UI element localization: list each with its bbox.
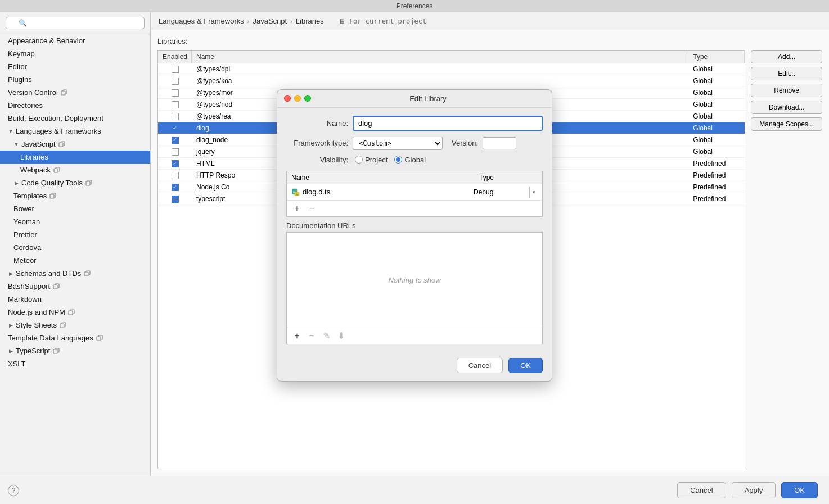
inner-add-button[interactable]: + (291, 203, 303, 214)
svg-rect-8 (60, 324, 64, 328)
row-checkbox-5[interactable] (172, 125, 179, 132)
inner-remove-button[interactable]: − (306, 203, 317, 214)
radio-global-label: Global (404, 156, 426, 164)
sidebar-item-label: Style Sheets (16, 321, 57, 329)
visibility-label: Visibility: (286, 156, 348, 164)
name-label: Name: (286, 119, 348, 128)
th-enabled: Enabled (158, 51, 192, 63)
sidebar-item-libraries[interactable]: Libraries (0, 151, 150, 164)
row-checkbox-6[interactable] (172, 137, 179, 144)
row-type-3: Global (688, 99, 745, 110)
doc-urls-box: Nothing to show + − ✎ ⬇ (286, 232, 543, 344)
right-buttons: Add... Edit... Remove Download... Manage… (751, 50, 822, 469)
sidebar-item-label: BashSupport (8, 282, 50, 290)
row-type-4: Global (688, 111, 745, 122)
table-row[interactable]: @types/koa Global (158, 75, 745, 87)
sidebar-item-bash-support[interactable]: BashSupport (0, 280, 150, 293)
sidebar-item-bower[interactable]: Bower (0, 202, 150, 215)
doc-urls-empty: Nothing to show (287, 233, 542, 328)
external-icon (67, 308, 75, 316)
download-button[interactable]: Download... (751, 101, 822, 114)
type-dropdown-arrow[interactable]: ▾ (529, 187, 538, 198)
sidebar-item-cordova[interactable]: Cordova (0, 241, 150, 254)
row-checkbox-7[interactable] (172, 148, 179, 156)
row-checkbox-10[interactable] (172, 184, 179, 191)
close-button[interactable] (284, 95, 291, 102)
sidebar-item-appearance[interactable]: Appearance & Behavior (0, 34, 150, 47)
row-type-11: Predefined (688, 193, 745, 205)
sidebar-item-version-control[interactable]: Version Control (0, 86, 150, 99)
doc-remove-button[interactable]: − (306, 330, 317, 342)
minimize-button[interactable] (294, 95, 301, 102)
inner-row-type: Debug (469, 187, 525, 198)
doc-urls-section: Documentation URLs Nothing to show + − ✎… (286, 221, 543, 344)
external-icon (83, 270, 91, 278)
table-row[interactable]: @types/dpl Global (158, 63, 745, 75)
sidebar: Appearance & Behavior Keymap Editor Plug… (0, 12, 151, 476)
row-checkbox-2[interactable] (172, 89, 179, 97)
sidebar-item-typescript[interactable]: ▶ TypeScript (0, 344, 150, 357)
radio-global[interactable] (394, 156, 402, 164)
bottom-ok-button[interactable]: OK (781, 482, 818, 498)
sidebar-item-label: Node.js and NPM (8, 308, 65, 316)
sidebar-item-keymap[interactable]: Keymap (0, 47, 150, 60)
sidebar-item-label: Template Data Languages (8, 334, 93, 342)
sidebar-item-webpack[interactable]: Webpack (0, 164, 150, 176)
bottom-cancel-button[interactable]: Cancel (677, 482, 726, 498)
sidebar-item-template-data[interactable]: Template Data Languages (0, 332, 150, 344)
sidebar-item-prettier[interactable]: Prettier (0, 228, 150, 241)
sidebar-item-build[interactable]: Build, Execution, Deployment (0, 112, 150, 125)
doc-edit-button[interactable]: ✎ (321, 330, 332, 342)
external-icon (60, 89, 68, 97)
remove-button[interactable]: Remove (751, 84, 822, 97)
sidebar-item-editor[interactable]: Editor (0, 60, 150, 73)
sidebar-item-markdown[interactable]: Markdown (0, 293, 150, 306)
doc-add-button[interactable]: + (291, 330, 303, 342)
search-input[interactable] (6, 17, 145, 29)
sidebar-item-label: Yeoman (13, 217, 40, 226)
library-name-input[interactable] (353, 116, 543, 131)
inner-table-row[interactable]: ts 🐛 dlog.d.ts Debug ▾ (287, 184, 542, 200)
sidebar-item-languages[interactable]: ▼ Languages & Frameworks (0, 125, 150, 138)
visibility-project[interactable]: Project (355, 156, 388, 164)
doc-download-button[interactable]: ⬇ (335, 330, 346, 342)
version-input[interactable] (483, 137, 516, 149)
sidebar-item-nodejs-npm[interactable]: Node.js and NPM (0, 306, 150, 319)
row-checkbox-0[interactable] (172, 66, 179, 73)
modal-cancel-button[interactable]: Cancel (457, 358, 503, 373)
sidebar-item-yeoman[interactable]: Yeoman (0, 215, 150, 228)
edit-button[interactable]: Edit... (751, 67, 822, 80)
visibility-global[interactable]: Global (394, 156, 426, 164)
sidebar-item-style-sheets[interactable]: ▶ Style Sheets (0, 319, 150, 332)
bottom-apply-button[interactable]: Apply (732, 482, 776, 498)
sidebar-item-label: Appearance & Behavior (8, 37, 85, 45)
radio-project[interactable] (355, 156, 363, 164)
row-checkbox-3[interactable] (172, 101, 179, 108)
row-checkbox-1[interactable] (172, 78, 179, 85)
sidebar-item-meteor[interactable]: Meteor (0, 254, 150, 267)
row-type-8: Predefined (688, 158, 745, 169)
sidebar-item-directories[interactable]: Directories (0, 99, 150, 112)
sidebar-item-templates[interactable]: Templates (0, 189, 150, 202)
manage-scopes-button[interactable]: Manage Scopes... (751, 117, 822, 131)
row-checkbox-11[interactable] (172, 196, 179, 203)
sidebar-item-xslt[interactable]: XSLT (0, 357, 150, 370)
add-button[interactable]: Add... (751, 50, 822, 63)
row-checkbox-4[interactable] (172, 113, 179, 120)
sidebar-item-plugins[interactable]: Plugins (0, 73, 150, 86)
sidebar-item-label: Meteor (13, 256, 36, 265)
external-icon (49, 192, 57, 200)
framework-type-select[interactable]: <Custom> (353, 137, 443, 150)
sidebar-item-schemas[interactable]: ▶ Schemas and DTDs (0, 267, 150, 280)
modal-ok-button[interactable]: OK (508, 358, 543, 373)
sidebar-item-javascript[interactable]: ▼ JavaScript (0, 138, 150, 151)
sidebar-item-code-quality[interactable]: ▶ Code Quality Tools (0, 176, 150, 189)
maximize-button[interactable] (304, 95, 311, 102)
sidebar-item-label: Markdown (8, 295, 42, 303)
row-checkbox-8[interactable] (172, 160, 179, 167)
row-checkbox-9[interactable] (172, 172, 179, 179)
sidebar-item-label: Bower (13, 205, 34, 213)
sidebar-item-label: Languages & Frameworks (16, 127, 101, 135)
libraries-label: Libraries: (157, 37, 822, 46)
help-button[interactable]: ? (8, 485, 19, 496)
